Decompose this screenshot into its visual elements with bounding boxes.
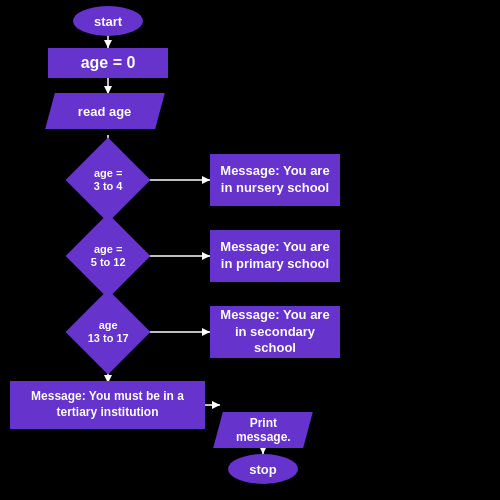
svg-marker-20 [202, 252, 210, 260]
print-node: Print message. [213, 412, 313, 448]
msg3-node: Message: You are in secondary school [210, 306, 340, 358]
svg-marker-21 [202, 328, 210, 336]
diamond2-node: age = 5 to 12 [66, 214, 151, 299]
diamond3-node: age 13 to 17 [66, 290, 151, 375]
start-node: start [73, 6, 143, 36]
msg4-node: Message: You must be in a tertiary insti… [10, 381, 205, 429]
init-node: age = 0 [48, 48, 168, 78]
read-age-node: read age [45, 93, 165, 129]
svg-marker-17 [212, 401, 220, 409]
flowchart: start age = 0 read age age = 3 to 4 age … [0, 0, 500, 500]
msg1-node: Message: You are in nursery school [210, 154, 340, 206]
msg2-node: Message: You are in primary school [210, 230, 340, 282]
diamond1-node: age = 3 to 4 [66, 138, 151, 223]
stop-node: stop [228, 454, 298, 484]
svg-marker-19 [202, 176, 210, 184]
svg-marker-11 [104, 40, 112, 48]
